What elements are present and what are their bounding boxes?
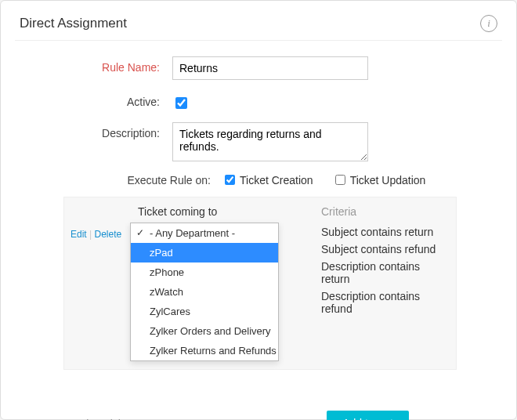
execute-updation-text: Ticket Updation [350, 174, 426, 186]
direct-assignment-card: Direct Assignment i Rule Name: Active: D… [0, 0, 517, 420]
criteria-heading: Criteria [316, 197, 456, 223]
page-title: Direct Assignment [20, 16, 127, 31]
criteria-list: Subject contains returnSubject contains … [316, 223, 456, 369]
edit-link[interactable]: Edit [70, 229, 87, 240]
description-row: Description: Tickets regarding returns a… [20, 122, 497, 161]
active-row: Active: [20, 91, 497, 111]
department-option[interactable]: zWatch [131, 282, 278, 302]
active-label: Active: [20, 91, 172, 108]
footer-area: Assign Ticket To Zylker Returns and Refu… [63, 411, 474, 420]
active-checkbox[interactable] [175, 97, 187, 109]
rule-name-label: Rule Name: [20, 56, 172, 74]
rule-panel-head: Ticket coming to Criteria [64, 197, 456, 223]
criteria-item: Description contains return [321, 260, 450, 285]
execute-rule-row: Execute Rule on: Ticket Creation Ticket … [20, 172, 497, 187]
criteria-item: Description contains refund [321, 290, 450, 315]
department-option[interactable]: ZylCares [131, 302, 278, 321]
department-option[interactable]: zPhone [131, 262, 278, 282]
department-option[interactable]: Zylker Returns and Refunds [131, 341, 278, 360]
delete-link[interactable]: Delete [94, 229, 121, 240]
description-textarea[interactable]: Tickets regarding returns and refunds. [172, 122, 368, 161]
description-label: Description: [20, 122, 172, 139]
execute-creation-text: Ticket Creation [240, 174, 313, 186]
department-option[interactable]: zPad [131, 243, 278, 262]
ticket-coming-to-heading: Ticket coming to [127, 197, 316, 223]
criteria-item: Subject contains return [321, 226, 450, 238]
department-option[interactable]: Zylker Orders and Delivery [131, 321, 278, 341]
execute-creation-checkbox[interactable] [225, 175, 235, 185]
rule-panel: Ticket coming to Criteria Edit | Delete … [63, 197, 457, 370]
execute-updation-checkbox[interactable] [335, 175, 345, 185]
add-target-button[interactable]: Add target [327, 411, 409, 420]
execute-creation-option[interactable]: Ticket Creation [222, 172, 313, 187]
department-dropdown[interactable]: - Any Department -zPadzPhonezWatchZylCar… [130, 223, 279, 361]
department-option[interactable]: - Any Department - [131, 223, 278, 243]
criteria-item: Subject contains refund [321, 243, 450, 255]
card-header: Direct Assignment i [20, 15, 497, 32]
execute-rule-label: Execute Rule on: [20, 174, 222, 186]
header-divider [15, 40, 502, 41]
rule-name-input[interactable] [172, 56, 368, 80]
rule-name-row: Rule Name: [20, 56, 497, 80]
info-icon[interactable]: i [480, 15, 497, 32]
execute-updation-option[interactable]: Ticket Updation [332, 172, 426, 187]
